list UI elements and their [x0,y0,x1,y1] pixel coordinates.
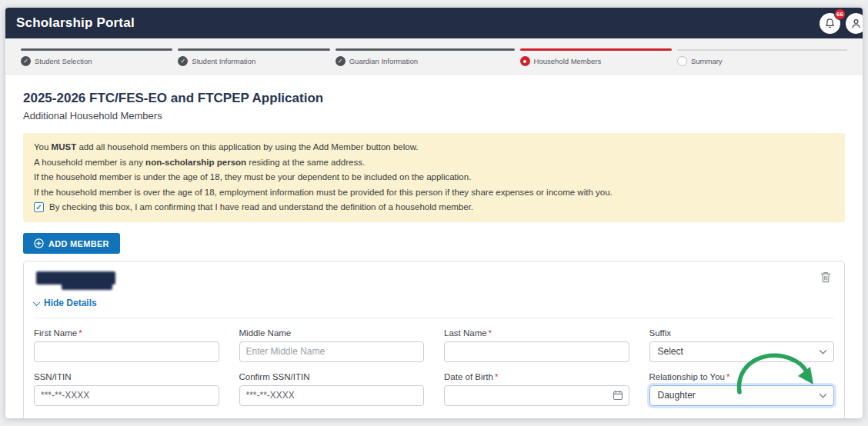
step-household-members[interactable]: Household Members [520,48,672,66]
chevron-down-icon [33,298,41,306]
first-name-input[interactable] [34,341,219,362]
definition-checkbox-label: By checking this box, I am confirming th… [49,202,473,212]
chevron-down-icon [820,391,827,398]
notice-line: If the household member is over the age … [34,188,834,198]
step-line [21,48,172,51]
definition-checkbox[interactable]: ✓ [34,202,44,212]
empty-step-icon [677,56,687,66]
trash-icon [820,271,832,284]
ssn-input[interactable] [34,385,219,406]
member-name-redacted [34,271,126,290]
field-label: Suffix [649,328,835,338]
step-line [677,49,847,51]
field-suffix: Suffix Select [649,328,835,362]
chevron-down-icon [820,347,827,354]
field-last-name: Last Name* [444,328,629,362]
check-circle-icon: ✓ [21,56,31,66]
app-header: Scholarship Portal 66 [5,8,863,38]
notification-badge: 66 [834,8,846,20]
step-label: Guardian Information [349,57,418,65]
page-title: 2025-2026 FTC/FES-EO and FTCPEP Applicat… [23,91,845,106]
check-circle-icon: ✓ [336,56,346,66]
app-window: Scholarship Portal 66 ✓ [5,8,863,418]
notice-line: You MUST add all household members on th… [34,142,834,152]
field-label: Middle Name [239,328,425,338]
middle-name-input[interactable] [239,341,425,362]
last-name-input[interactable] [444,341,629,362]
notice-line: A household member is any non-scholarshi… [34,158,834,168]
plus-circle-icon [34,238,44,248]
step-student-information[interactable]: ✓ Student Information [178,48,329,66]
screen: Scholarship Portal 66 ✓ [0,0,868,426]
page-subtitle: Additional Household Members [23,110,845,121]
suffix-select[interactable]: Select [649,341,835,362]
notice-line: If the household member is under the age… [34,172,834,182]
field-first-name: First Name* [34,328,219,362]
field-ssn: SSN/ITIN [34,372,219,406]
dob-input[interactable] [444,385,629,406]
suffix-value: Select [658,346,683,357]
hide-details-label: Hide Details [44,298,97,308]
add-member-button[interactable]: ADD MEMBER [23,233,120,254]
bell-icon [824,18,836,29]
add-member-label: ADD MEMBER [48,239,109,248]
step-guardian-information[interactable]: ✓ Guardian Information [336,48,515,66]
relationship-value: Daughter [658,390,696,401]
field-middle-name: Middle Name [239,328,425,362]
field-label: Last Name* [444,328,629,338]
step-student-selection[interactable]: ✓ Student Selection [21,48,172,66]
household-member-card: Hide Details First Name* [23,261,845,418]
step-line [520,48,672,51]
definition-confirm-row: ✓ By checking this box, I am confirming … [34,202,834,212]
field-label: Confirm SSN/ITIN [239,372,425,381]
field-label: Date of Birth* [444,372,629,381]
step-label: Student Selection [35,57,92,65]
notifications-button[interactable]: 66 [820,13,840,34]
account-button[interactable] [846,13,863,34]
field-relationship: Relationship to You* Daughter [649,372,835,406]
confirm-ssn-input[interactable] [239,385,425,406]
field-dob: Date of Birth* [444,372,629,406]
field-label: Relationship to You* [649,372,835,381]
step-summary[interactable]: Summary [677,48,847,66]
delete-member-button[interactable] [818,269,833,288]
field-label: SSN/ITIN [34,372,219,381]
step-label: Household Members [534,57,602,65]
step-label: Summary [691,57,723,65]
active-step-icon [520,56,530,66]
person-icon [850,18,862,29]
progress-stepper: ✓ Student Selection ✓ Student Informatio… [5,38,863,75]
check-circle-icon: ✓ [178,56,188,66]
hide-details-toggle[interactable]: Hide Details [34,298,97,308]
step-line [336,48,515,51]
step-label: Student Information [192,57,255,65]
field-label: First Name* [34,328,219,338]
member-form: First Name* Middle Name Last Name* Suffi… [34,318,834,406]
app-title: Scholarship Portal [16,15,820,31]
main-content: 2025-2026 FTC/FES-EO and FTCPEP Applicat… [5,91,863,418]
relationship-select[interactable]: Daughter [649,385,835,406]
field-confirm-ssn: Confirm SSN/ITIN [239,372,425,406]
step-line [178,48,329,51]
household-member-notice: You MUST add all household members on th… [23,133,845,222]
